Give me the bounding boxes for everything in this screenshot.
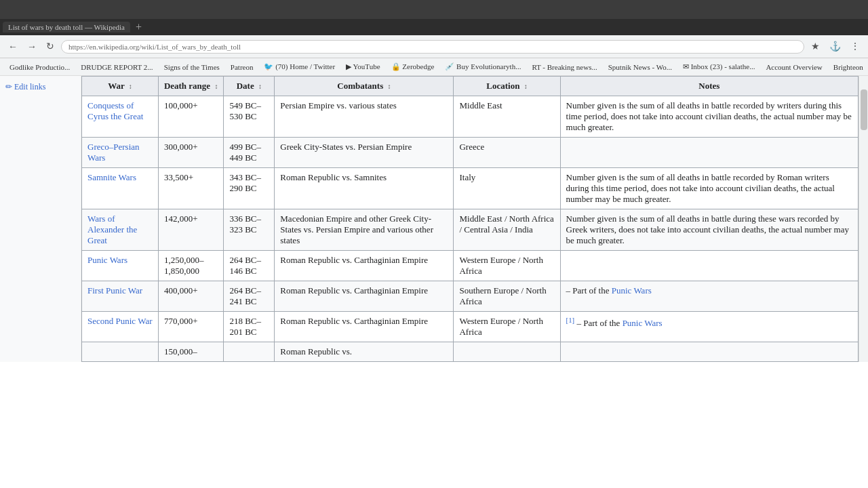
war-link[interactable]: Greco–Persian Wars	[87, 142, 140, 163]
browser-toolbar: ← → ↻ https://en.wikipedia.org/wiki/List…	[0, 35, 868, 58]
reload-button[interactable]: ↻	[43, 39, 57, 54]
cell-notes	[560, 138, 858, 168]
wars-table: War ↕ Death range ↕ Date ↕ Combatants ↕ …	[81, 76, 859, 362]
main-table-area[interactable]: War ↕ Death range ↕ Date ↕ Combatants ↕ …	[81, 76, 859, 362]
cell-combatants: Persian Empire vs. various states	[275, 96, 454, 138]
bookmark-twitter[interactable]: 🐦 (70) Home / Twitter	[260, 61, 339, 73]
bookmark-drudge[interactable]: DRUDGE REPORT 2...	[77, 62, 157, 73]
cell-war: First Punic War	[82, 281, 159, 312]
war-link[interactable]: Wars of Alexander the Great	[87, 214, 137, 245]
scrollbar-thumb[interactable]	[861, 89, 867, 130]
cell-location: Greece	[454, 138, 560, 168]
cell-range: 142,000+	[158, 209, 224, 251]
col-header-notes: Notes	[560, 77, 858, 96]
cell-combatants: Macedonian Empire and other Greek City-S…	[275, 209, 454, 251]
sidebar: ✏ Edit links	[0, 76, 81, 362]
cell-date: 343 BC–290 BC	[224, 168, 275, 209]
notes-ref: [1]	[566, 316, 575, 324]
cell-combatants: Greek City-States vs. Persian Empire	[275, 138, 454, 168]
cell-location: Middle East / North Africa / Central Asi…	[454, 209, 560, 251]
bookmark-account[interactable]: Account Overview	[762, 62, 826, 73]
cell-range: 150,000–	[158, 342, 224, 362]
cell-notes: Number given is the sum of all deaths in…	[560, 209, 858, 251]
bookmark-zerobedge[interactable]: 🔒 Zerobedge	[387, 61, 439, 73]
new-tab-button[interactable]: +	[136, 21, 142, 33]
col-header-combatants[interactable]: Combatants ↕	[275, 77, 454, 96]
cell-date: 264 BC–146 BC	[224, 251, 275, 281]
bookmark-patreon[interactable]: Patreon	[226, 62, 258, 73]
cell-date: 499 BC–449 BC	[224, 138, 275, 168]
cell-location: Western Europe / North Africa	[454, 312, 560, 342]
bookmark-signs[interactable]: Signs of the Times	[160, 62, 224, 73]
table-row: Punic Wars1,250,000– 1,850,000264 BC–146…	[82, 251, 859, 281]
back-button[interactable]: ←	[5, 40, 20, 54]
cell-war: Greco–Persian Wars	[82, 138, 159, 168]
cell-notes: Number given is the sum of all deaths in…	[560, 168, 858, 209]
cell-notes: – Part of the Punic Wars	[560, 281, 858, 312]
war-link[interactable]: Punic Wars	[87, 255, 127, 265]
browser-tabs: List of wars by death toll — Wikipedia +	[0, 19, 868, 35]
bookmark-youtube[interactable]: ▶ YouTube	[342, 61, 384, 73]
browser-titlebar	[0, 0, 868, 19]
cell-range: 770,000+	[158, 312, 224, 342]
war-link[interactable]: First Punic War	[87, 285, 142, 296]
table-row: Samnite Wars33,500+343 BC–290 BCRoman Re…	[82, 168, 859, 209]
cell-combatants: Roman Republic vs. Carthaginian Empire	[275, 281, 454, 312]
cell-notes	[560, 342, 858, 362]
bookmark-gmail[interactable]: ✉ Inbox (23) - salathe...	[679, 61, 759, 73]
cell-notes: Number given is the sum of all deaths in…	[560, 96, 858, 138]
notes-punic-link[interactable]: Punic Wars	[623, 318, 663, 328]
war-link[interactable]: Conquests of Cyrus the Great	[87, 100, 143, 121]
bookmark-sputnik[interactable]: Sputnik News - Wo...	[604, 62, 676, 73]
war-link[interactable]: Samnite Wars	[87, 172, 136, 182]
bookmark-button[interactable]: ★	[808, 39, 823, 54]
col-header-date[interactable]: Date ↕	[224, 77, 275, 96]
table-row: First Punic War400,000+264 BC–241 BCRoma…	[82, 281, 859, 312]
col-header-location[interactable]: Location ↕	[454, 77, 560, 96]
cell-notes	[560, 251, 858, 281]
notes-ref-link[interactable]: [1]	[566, 316, 575, 324]
address-bar[interactable]: https://en.wikipedia.org/wiki/List_of_wa…	[61, 40, 804, 54]
cell-war: Samnite Wars	[82, 168, 159, 209]
vertical-scrollbar[interactable]	[859, 76, 868, 362]
bookmark-brighteon[interactable]: Brighteon	[829, 62, 867, 73]
table-row: Wars of Alexander the Great142,000+336 B…	[82, 209, 859, 251]
extensions-button[interactable]: ⚓	[827, 39, 844, 54]
cell-date: 336 BC–323 BC	[224, 209, 275, 251]
cell-location: Middle East	[454, 96, 560, 138]
cell-war: Second Punic War	[82, 312, 159, 342]
page-content: ✏ Edit links War ↕ Death range ↕ Date ↕ …	[0, 76, 868, 362]
cell-war	[82, 342, 159, 362]
bookmark-buyevolution[interactable]: 💉 Buy Evolutionaryth...	[441, 61, 525, 73]
cell-notes: [1] – Part of the Punic Wars	[560, 312, 858, 342]
cell-location: Southern Europe / North Africa	[454, 281, 560, 312]
sort-range-icon: ↕	[214, 83, 218, 90]
edit-links-button[interactable]: ✏ Edit links	[5, 82, 45, 92]
cell-date	[224, 342, 275, 362]
table-row: Conquests of Cyrus the Great100,000+549 …	[82, 96, 859, 138]
table-row: Second Punic War770,000+218 BC–201 BCRom…	[82, 312, 859, 342]
bookmark-rt[interactable]: RT - Breaking news...	[528, 62, 601, 73]
cell-date: 549 BC–530 BC	[224, 96, 275, 138]
cell-range: 1,250,000– 1,850,000	[158, 251, 224, 281]
col-header-war[interactable]: War ↕	[82, 77, 159, 96]
cell-range: 400,000+	[158, 281, 224, 312]
cell-range: 300,000+	[158, 138, 224, 168]
table-row: Greco–Persian Wars300,000+499 BC–449 BCG…	[82, 138, 859, 168]
active-tab[interactable]: List of wars by death toll — Wikipedia	[3, 22, 130, 33]
notes-punic-link[interactable]: Punic Wars	[612, 285, 652, 296]
menu-button[interactable]: ⋮	[848, 39, 863, 54]
cell-war: Punic Wars	[82, 251, 159, 281]
cell-combatants: Roman Republic vs.	[275, 342, 454, 362]
col-header-range[interactable]: Death range ↕	[158, 77, 224, 96]
sort-war-icon: ↕	[129, 83, 132, 90]
bookmark-godlike[interactable]: Godlike Productio...	[5, 62, 74, 73]
war-link[interactable]: Second Punic War	[87, 316, 152, 326]
cell-range: 100,000+	[158, 96, 224, 138]
cell-range: 33,500+	[158, 168, 224, 209]
sort-combatants-icon: ↕	[387, 83, 391, 90]
cell-combatants: Roman Republic vs. Carthaginian Empire	[275, 251, 454, 281]
cell-location: Italy	[454, 168, 560, 209]
url-text: https://en.wikipedia.org/wiki/List_of_wa…	[68, 43, 241, 51]
forward-button[interactable]: →	[24, 40, 39, 54]
